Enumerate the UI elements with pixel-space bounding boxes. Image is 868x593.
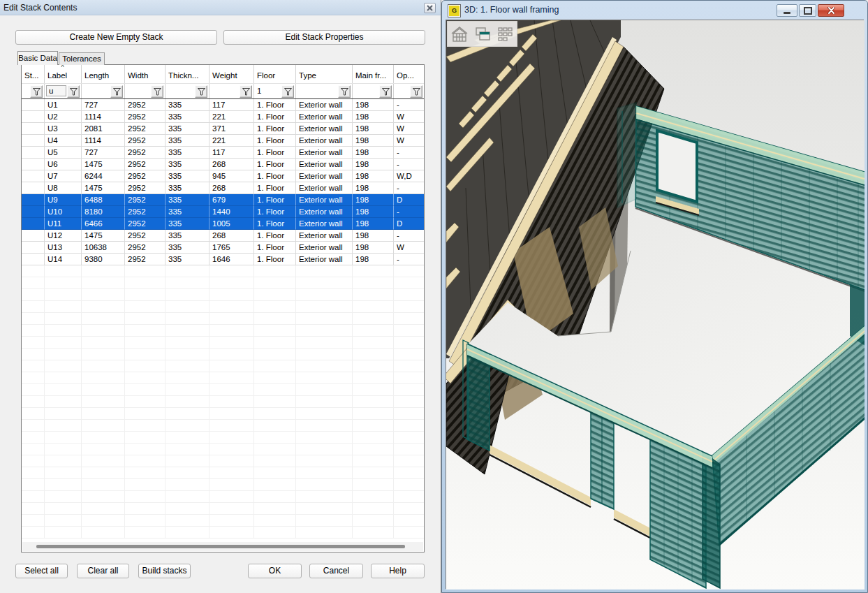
table-cell[interactable]: 945 — [209, 170, 254, 182]
floor-filter-value[interactable]: 1 — [257, 87, 261, 95]
tab-tolerances[interactable]: Tolerances — [59, 52, 105, 65]
table-row-U3[interactable]: U3208129523353711. FloorExterior wall198… — [22, 123, 424, 135]
table-cell[interactable]: U5 — [45, 147, 82, 159]
create-new-empty-stack-button[interactable]: Create New Empty Stack — [15, 30, 217, 45]
table-cell[interactable]: 335 — [165, 218, 209, 230]
table-cell[interactable]: 198 — [353, 159, 394, 170]
table-cell[interactable]: 335 — [165, 182, 209, 194]
table-cell[interactable]: 198 — [353, 194, 394, 206]
filter-icon[interactable] — [240, 85, 252, 98]
filter-icon[interactable] — [338, 85, 351, 98]
table-cell[interactable]: 1. Floor — [254, 147, 296, 159]
scrollbar-thumb[interactable] — [36, 545, 405, 548]
table-cell[interactable]: U14 — [45, 254, 82, 265]
table-cell[interactable]: - — [394, 182, 424, 194]
table-cell[interactable]: 727 — [82, 147, 125, 159]
empty-table-row[interactable] — [22, 396, 424, 408]
table-row-U1[interactable]: U172729523351171. FloorExterior wall198- — [22, 99, 424, 111]
table-cell[interactable] — [22, 206, 45, 218]
table-cell[interactable]: U12 — [45, 230, 82, 242]
tile-windows-icon[interactable] — [495, 24, 516, 45]
table-cell[interactable]: 1440 — [209, 206, 254, 218]
table-cell[interactable]: W — [394, 242, 424, 254]
column-header-mainfr[interactable]: Main fr... — [353, 65, 394, 83]
ok-button[interactable]: OK — [248, 564, 302, 578]
table-cell[interactable]: Exterior wall — [296, 147, 353, 159]
filter-icon[interactable] — [110, 85, 123, 98]
filter-icon[interactable] — [379, 85, 392, 98]
column-header-op[interactable]: Op... — [394, 65, 424, 83]
empty-table-row[interactable] — [22, 325, 424, 337]
table-cell[interactable]: 2952 — [125, 123, 165, 135]
table-cell[interactable]: 335 — [165, 159, 209, 170]
empty-table-row[interactable] — [22, 420, 424, 432]
table-cell[interactable]: W — [394, 123, 424, 135]
table-row-U12[interactable]: U12147529523352681. FloorExterior wall19… — [22, 230, 424, 242]
table-cell[interactable]: 335 — [165, 242, 209, 254]
table-cell[interactable]: 6488 — [82, 194, 125, 206]
table-cell[interactable]: Exterior wall — [296, 194, 353, 206]
table-cell[interactable]: U9 — [45, 194, 82, 206]
table-cell[interactable]: 198 — [353, 170, 394, 182]
table-cell[interactable]: 1. Floor — [254, 254, 296, 265]
table-cell[interactable]: U8 — [45, 182, 82, 194]
table-cell[interactable] — [22, 230, 45, 242]
dialog-close-button[interactable] — [424, 3, 436, 13]
table-cell[interactable]: D — [394, 194, 424, 206]
table-cell[interactable]: - — [394, 147, 424, 159]
table-cell[interactable]: 335 — [165, 170, 209, 182]
table-cell[interactable]: 727 — [82, 99, 125, 111]
table-cell[interactable]: Exterior wall — [296, 99, 353, 111]
table-row-U13[interactable]: U1310638295233517651. FloorExterior wall… — [22, 242, 424, 254]
filter-icon[interactable] — [281, 85, 294, 98]
table-cell[interactable]: 335 — [165, 99, 209, 111]
table-cell[interactable]: 335 — [165, 194, 209, 206]
table-cell[interactable]: 2952 — [125, 206, 165, 218]
table-cell[interactable]: 2952 — [125, 170, 165, 182]
table-cell[interactable]: 1475 — [82, 230, 125, 242]
table-cell[interactable]: U4 — [45, 135, 82, 147]
table-cell[interactable]: U13 — [45, 242, 82, 254]
table-cell[interactable]: 268 — [209, 230, 254, 242]
select-all-button[interactable]: Select all — [15, 564, 68, 578]
table-cell[interactable]: 198 — [353, 123, 394, 135]
filter-icon[interactable] — [410, 85, 422, 98]
table-cell[interactable]: 1765 — [209, 242, 254, 254]
empty-table-row[interactable] — [22, 301, 424, 313]
table-cell[interactable]: D — [394, 218, 424, 230]
table-cell[interactable]: 8180 — [82, 206, 125, 218]
table-cell[interactable]: 1. Floor — [254, 218, 296, 230]
table-cell[interactable]: Exterior wall — [296, 111, 353, 123]
table-cell[interactable]: 2952 — [125, 230, 165, 242]
table-cell[interactable]: 1. Floor — [254, 111, 296, 123]
restore-button[interactable] — [799, 4, 816, 17]
table-cell[interactable]: U3 — [45, 123, 82, 135]
table-cell[interactable]: W,D — [394, 170, 424, 182]
horizontal-scrollbar[interactable] — [22, 542, 423, 551]
empty-table-row[interactable] — [22, 479, 424, 491]
table-cell[interactable]: U10 — [45, 206, 82, 218]
cascade-windows-icon[interactable] — [472, 24, 493, 45]
build-stacks-button[interactable]: Build stacks — [138, 564, 191, 578]
table-cell[interactable]: - — [394, 99, 424, 111]
viewer-titlebar[interactable]: G 3D: 1. Floor wall framing — [442, 1, 867, 20]
table-cell[interactable]: 2952 — [125, 194, 165, 206]
table-row-U9[interactable]: U9648829523356791. FloorExterior wall198… — [22, 194, 424, 206]
column-header-st[interactable]: St... — [22, 65, 45, 83]
empty-table-row[interactable] — [22, 527, 424, 539]
empty-table-row[interactable] — [22, 360, 424, 372]
table-cell[interactable]: Exterior wall — [296, 182, 353, 194]
table-cell[interactable]: 1114 — [82, 135, 125, 147]
empty-table-row[interactable] — [22, 515, 424, 527]
table-cell[interactable]: W — [394, 135, 424, 147]
table-cell[interactable]: 335 — [165, 147, 209, 159]
filter-icon[interactable] — [30, 85, 43, 98]
table-cell[interactable]: 198 — [353, 99, 394, 111]
table-cell[interactable] — [22, 242, 45, 254]
table-row-U10[interactable]: U108180295233514401. FloorExterior wall1… — [22, 206, 424, 218]
table-row-U2[interactable]: U2111429523352211. FloorExterior wall198… — [22, 111, 424, 123]
help-button[interactable]: Help — [371, 564, 425, 578]
table-cell[interactable]: 335 — [165, 123, 209, 135]
empty-table-row[interactable] — [22, 372, 424, 384]
3d-viewport[interactable] — [446, 20, 864, 589]
